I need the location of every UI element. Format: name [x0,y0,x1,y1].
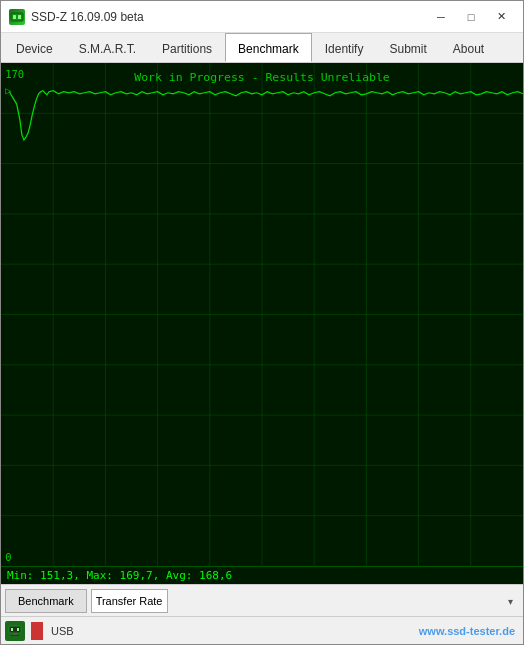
app-icon [9,9,25,25]
svg-rect-26 [9,626,21,633]
main-window: SSD-Z 16.09.09 beta ─ □ ✕ Device S.M.A.R… [0,0,524,645]
usb-color-indicator [31,622,43,640]
svg-text:Work in Progress - Results Unr: Work in Progress - Results Unreliable [134,71,390,85]
stats-text: Min: 151,3, Max: 169,7, Avg: 168,6 [7,569,232,582]
menu-item-device[interactable]: Device [3,35,66,62]
menu-item-about[interactable]: About [440,35,497,62]
brand-link[interactable]: www.ssd-tester.de [419,625,515,637]
svg-text:170: 170 [5,68,24,80]
benchmark-button[interactable]: Benchmark [5,589,87,613]
close-button[interactable]: ✕ [487,6,515,28]
status-bar: USB www.ssd-tester.de [1,616,523,644]
svg-rect-28 [17,628,19,631]
chart-area: Work in Progress - Results Unreliable 17… [1,63,523,566]
window-controls: ─ □ ✕ [427,6,515,28]
maximize-button[interactable]: □ [457,6,485,28]
menu-item-partitions[interactable]: Partitions [149,35,225,62]
menu-item-submit[interactable]: Submit [376,35,439,62]
svg-rect-27 [11,628,13,631]
svg-text:0: 0 [5,551,11,563]
status-icon [5,621,25,641]
minimize-button[interactable]: ─ [427,6,455,28]
dropdown-arrow-icon: ▾ [508,595,513,606]
stats-bar: Min: 151,3, Max: 169,7, Avg: 168,6 [1,566,523,584]
menu-item-benchmark[interactable]: Benchmark [225,33,312,62]
svg-rect-29 [13,633,17,635]
usb-label: USB [51,625,419,637]
window-title: SSD-Z 16.09.09 beta [31,10,427,24]
svg-rect-30 [11,635,19,636]
svg-rect-0 [11,13,23,21]
benchmark-chart: Work in Progress - Results Unreliable 17… [1,63,523,566]
svg-rect-2 [18,15,21,19]
menu-item-identify[interactable]: Identify [312,35,377,62]
metric-dropdown[interactable]: Transfer Rate IOPS Access Time [91,589,168,613]
menu-item-smart[interactable]: S.M.A.R.T. [66,35,149,62]
dropdown-wrapper: Transfer Rate IOPS Access Time ▾ [91,589,519,613]
bottom-toolbar: Benchmark Transfer Rate IOPS Access Time… [1,584,523,616]
svg-rect-1 [13,15,16,19]
menu-bar: Device S.M.A.R.T. Partitions Benchmark I… [1,33,523,63]
title-bar: SSD-Z 16.09.09 beta ─ □ ✕ [1,1,523,33]
